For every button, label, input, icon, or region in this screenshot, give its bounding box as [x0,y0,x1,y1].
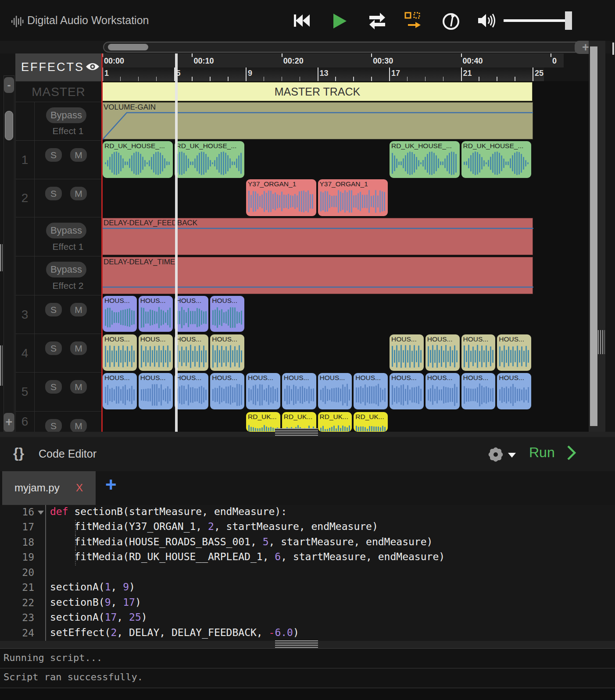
effect-automation-lane[interactable]: DELAY-DELAY_FEEDBACK [102,218,533,255]
audio-clip[interactable]: HOUS... [103,373,137,409]
audio-clip[interactable]: RD_UK... [318,412,352,432]
skip-to-start-button[interactable] [293,13,311,30]
solo-button[interactable]: S [45,380,62,394]
new-tab-button[interactable]: + [105,474,117,496]
effects-label: EFFECTS [21,60,84,74]
audio-clip[interactable]: HOUS... [103,334,137,371]
play-button[interactable] [333,13,347,31]
audio-clip[interactable]: HOUS... [139,373,173,409]
left-resize-handle[interactable] [0,244,3,271]
audio-clip[interactable]: HOUS... [390,334,424,371]
run-button[interactable]: Run [529,444,555,461]
audio-clip[interactable]: HOUS... [210,334,244,371]
effect-automation-lane[interactable]: VOLUME-GAIN [102,102,533,139]
bypass-button[interactable]: Bypass [46,107,86,123]
audio-clip[interactable]: HOUS... [497,334,531,371]
measure-tick-minor [210,77,211,81]
effect-automation-lane[interactable]: DELAY-DELAY_TIME [102,257,533,294]
audio-clip[interactable]: Y37_ORGAN_1 [318,179,388,216]
measure-label: 13 [320,69,329,78]
measure-tick-major [318,68,318,81]
track-zoom-in-button[interactable]: + [4,413,14,432]
measure-tick-minor [425,77,426,81]
audio-clip[interactable]: HOUS... [497,373,531,409]
solo-button[interactable]: S [45,187,62,200]
time-tick [371,53,372,57]
code-line[interactable]: 24setEffect(2, DELAY, DELAY_FEEDBACK, -6… [0,626,615,641]
audio-clip-label: RD_UK... [354,412,388,422]
mute-button[interactable]: M [70,419,87,432]
audio-clip[interactable]: HOUS... [175,373,209,409]
audio-clip[interactable]: HOUS... [139,334,173,371]
measure-tick-minor [479,77,479,81]
mute-button[interactable]: M [70,341,87,355]
run-chevron-icon[interactable] [567,445,576,462]
fold-caret-icon[interactable] [38,511,44,515]
audio-clip[interactable]: HOUS... [210,373,244,409]
metronome-button[interactable] [441,11,461,32]
right-resize-handle[interactable] [598,330,605,354]
daw-horizontal-scrollbar[interactable] [103,42,588,53]
audio-clip[interactable]: HOUS... [354,373,388,409]
tab-myjam[interactable]: myjam.py X [2,471,96,505]
bypass-button[interactable]: Bypass [46,262,86,277]
code-line[interactable]: 23sectionA(17, 25) [0,611,615,625]
audio-clip[interactable]: HOUS... [461,373,496,409]
code-line[interactable]: 17 fitMedia(Y37_ORGAN_1, 2, startMeasure… [0,520,615,535]
code-line[interactable]: 20 [0,565,615,580]
audio-clip[interactable]: RD_UK_HOUSE_... [175,141,245,178]
code-line[interactable]: 19 fitMedia(RD_UK_HOUSE__ARPLEAD_1, 6, s… [0,550,615,565]
audio-clip[interactable]: HOUS... [425,373,460,409]
track-zoom-out-button[interactable]: - [4,77,14,93]
gear-dropdown-caret[interactable] [508,453,516,458]
solo-button[interactable]: S [45,341,62,355]
volume-icon[interactable] [477,13,497,30]
gear-icon[interactable] [486,445,505,466]
mute-button[interactable]: M [70,303,87,316]
follow-playback-button[interactable] [404,12,422,32]
solo-button[interactable]: S [45,148,62,162]
code-line[interactable]: 21sectionA(1, 9) [0,580,615,595]
audio-clip[interactable]: HOUS... [175,334,209,371]
tab-name[interactable]: myjam.py [14,482,60,494]
audio-clip[interactable]: HOUS... [246,373,280,409]
tab-close-button[interactable]: X [76,482,83,494]
code-area[interactable]: 16def sectionB(startMeasure, endMeasure)… [0,505,615,641]
bypass-button[interactable]: Bypass [46,223,86,238]
volume-slider-handle[interactable] [565,11,572,30]
audio-clip[interactable]: RD_UK_HOUSE_... [390,141,460,178]
volume-slider-track[interactable] [504,19,570,22]
audio-clip[interactable]: HOUS... [390,373,424,409]
code-console-resize-handle[interactable] [275,640,318,648]
loop-button[interactable] [367,12,388,32]
audio-clip[interactable]: HOUS... [282,373,316,409]
audio-clip[interactable]: HOUS... [425,334,460,371]
track-zoom-thumb[interactable] [5,111,13,140]
solo-button[interactable]: S [45,303,62,316]
page-scrollbar-thumb[interactable] [612,43,614,55]
mute-button[interactable]: M [70,380,87,394]
daw-code-resize-handle[interactable] [275,428,318,436]
audio-clip[interactable]: RD_UK_HOUSE_... [461,141,532,178]
daw-horizontal-scrollbar-thumb[interactable] [108,44,148,50]
daw-vertical-scrollbar-thumb[interactable] [590,46,597,426]
audio-clip[interactable]: RD_UK... [354,412,388,432]
code-line[interactable]: 16def sectionB(startMeasure, endMeasure)… [0,505,615,520]
code-line[interactable]: 18 fitMedia(HOUSE_ROADS_BASS_001, 5, sta… [0,535,615,550]
audio-clip[interactable]: RD_UK_HOUSE_... [103,141,173,178]
timeline-ruler-time[interactable]: 00:0000:1000:2000:3000:400 [102,53,564,68]
audio-clip[interactable]: HOUS... [103,296,137,332]
audio-clip[interactable]: HOUS... [318,373,352,409]
audio-clip[interactable]: HOUS... [461,334,496,371]
mute-button[interactable]: M [70,187,87,200]
eye-icon[interactable] [85,61,100,74]
left-resize-handle-2[interactable] [0,345,3,386]
audio-clip[interactable]: HOUS... [210,296,244,332]
mute-button[interactable]: M [70,148,87,162]
solo-button[interactable]: S [45,419,62,432]
audio-clip[interactable]: HOUS... [139,296,173,332]
timeline-ruler-measures[interactable]: 15913172125 [102,68,544,81]
code-line[interactable]: 22sectionB(9, 17) [0,596,615,611]
audio-clip[interactable]: HOUS... [175,296,209,332]
audio-clip[interactable]: Y37_ORGAN_1 [246,179,316,216]
